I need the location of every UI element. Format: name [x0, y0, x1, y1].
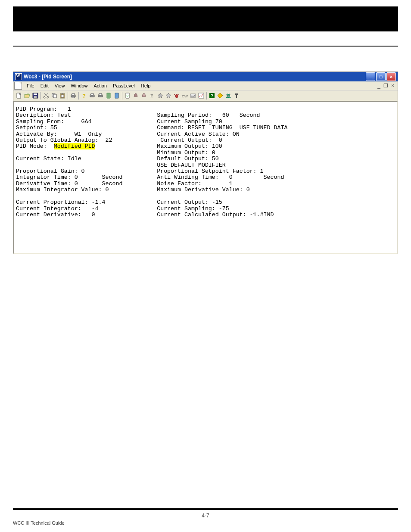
menu-view[interactable]: View: [52, 83, 68, 89]
print3-icon[interactable]: [97, 92, 104, 100]
print2-icon[interactable]: [88, 92, 96, 100]
app-icon: [15, 73, 22, 80]
command: Command: RESET TUNING USE TUNED DATA: [157, 124, 287, 131]
noise-factor: Noise Factor: 1: [157, 180, 233, 187]
new-icon[interactable]: [15, 92, 23, 100]
svg-point-33: [228, 94, 230, 96]
svg-text:?: ?: [82, 93, 86, 99]
bell1-icon[interactable]: [132, 92, 140, 100]
svg-rect-2: [34, 93, 37, 95]
svg-line-25: [178, 94, 179, 95]
curr-calc-output: Current Calculated Output: -1.#IND: [157, 212, 274, 218]
curr-sampling2: Current Sampling: -75: [157, 205, 229, 212]
svg-rect-9: [62, 93, 63, 94]
close-button[interactable]: ×: [386, 72, 396, 81]
curr-integ: Current Integrator: -4: [16, 205, 99, 212]
svg-rect-20: [115, 93, 118, 98]
current-output: Current Output: 0: [160, 137, 222, 143]
star1-icon[interactable]: [156, 92, 164, 100]
mdi-close-button[interactable]: ×: [390, 83, 395, 89]
use-default-modifier: USE DEFAULT MODIFIER: [157, 162, 226, 168]
description: Decription: Test: [16, 112, 71, 118]
pid-program: PID Program: 1: [16, 106, 71, 112]
max-integrator: Maximum Integrator Value: 0: [16, 187, 109, 193]
open-icon[interactable]: [23, 92, 31, 100]
help-icon[interactable]: ?: [80, 92, 88, 100]
min-output: Minimum Output: 0: [157, 149, 215, 156]
menubar: File Edit View Window Action PassLevel H…: [13, 81, 398, 90]
sampling-from: Sampling From: GA4: [16, 118, 92, 125]
integrator-time: Integrator Time: 0 Second: [16, 174, 122, 180]
svg-text:OW: OW: [182, 94, 188, 98]
cut-icon[interactable]: [42, 92, 50, 100]
diamond-icon[interactable]: [216, 92, 224, 100]
svg-rect-16: [91, 93, 93, 95]
svg-text:GA: GA: [191, 94, 195, 97]
menu-edit[interactable]: Edit: [37, 83, 52, 89]
people-icon[interactable]: [224, 92, 232, 100]
menu-action[interactable]: Action: [90, 83, 110, 89]
titlebar[interactable]: Wcc3 - [Pid Screen] _ □ ×: [13, 72, 398, 81]
sampling-period: Sampling Period: 60 Second: [157, 112, 260, 118]
setpoint: Setpoint: 55: [16, 124, 57, 131]
maximize-button[interactable]: □: [376, 72, 386, 81]
svg-rect-13: [72, 96, 75, 98]
save-icon[interactable]: [31, 92, 39, 100]
menu-passlevel[interactable]: PassLevel: [110, 83, 138, 89]
menu-file[interactable]: File: [24, 83, 37, 89]
svg-rect-7: [53, 94, 56, 98]
header-black-bar: [13, 6, 398, 31]
app-window: Wcc3 - [Pid Screen] _ □ × File Edit View…: [13, 72, 398, 254]
prop-gain: Proportional Gain: 0: [16, 168, 85, 174]
footer-rule: [13, 508, 398, 510]
content-area: PID Program: 1 Decription: Test Sampling…: [13, 101, 398, 254]
svg-point-23: [175, 94, 178, 98]
e-button-icon[interactable]: E: [148, 92, 156, 100]
svg-rect-29: [199, 93, 204, 98]
svg-rect-18: [99, 93, 102, 95]
copy-icon[interactable]: [50, 92, 58, 100]
svg-point-32: [227, 94, 228, 96]
mdi-doc-icon[interactable]: [14, 82, 22, 90]
check-icon[interactable]: [124, 92, 131, 100]
greenq-icon[interactable]: ?: [208, 92, 216, 100]
svg-rect-34: [235, 93, 238, 95]
paste-icon[interactable]: [59, 92, 66, 100]
print-icon[interactable]: [69, 92, 77, 100]
default-output: Default Output: 50: [157, 156, 219, 162]
svg-rect-10: [61, 95, 64, 97]
mdi-restore-button[interactable]: ❐: [383, 83, 389, 89]
output-to-ga: Output To Global Analog: 22: [16, 137, 112, 143]
menu-help[interactable]: Help: [138, 83, 154, 89]
svg-rect-3: [34, 96, 37, 98]
ga-icon[interactable]: GA: [189, 92, 197, 100]
prop-setpoint-factor: Proportional Setpoint Factor: 1: [157, 168, 263, 174]
bell2-icon[interactable]: [140, 92, 148, 100]
pid-mode-value[interactable]: Modified PID: [54, 143, 95, 149]
curr-prop: Current Proportional: -1.4: [16, 199, 105, 205]
mdi-minimize-button[interactable]: _: [377, 83, 381, 89]
svg-rect-35: [236, 95, 237, 98]
svg-text:E: E: [150, 93, 153, 98]
toolbar: ? E OW GA ?: [13, 90, 398, 101]
tool-icon[interactable]: [233, 92, 240, 100]
curr-deriv: Current Derivative: 0: [16, 212, 95, 218]
doc2-icon[interactable]: [113, 92, 121, 100]
star2-icon[interactable]: [165, 92, 172, 100]
bug-icon[interactable]: [173, 92, 181, 100]
anti-winding: Anti Winding Time: 0 Second: [157, 174, 284, 180]
curr-output2: Current Output: -15: [157, 199, 222, 205]
derivative-time: Derivative Time: 0 Second: [16, 180, 122, 187]
svg-text:?: ?: [211, 93, 214, 98]
menu-window[interactable]: Window: [68, 83, 90, 89]
minimize-button[interactable]: _: [366, 72, 375, 81]
doc1-icon[interactable]: [105, 92, 112, 100]
svg-rect-19: [107, 93, 110, 98]
owl-icon[interactable]: OW: [181, 92, 189, 100]
graph-icon[interactable]: [197, 92, 205, 100]
max-output: Maximum Output: 100: [157, 143, 222, 149]
pid-mode-label: PID Mode:: [16, 143, 54, 149]
window-title: Wcc3 - [Pid Screen]: [24, 74, 366, 80]
max-deriv-value: Maximum Derivative Value: 0: [157, 187, 249, 193]
svg-line-24: [174, 94, 175, 95]
